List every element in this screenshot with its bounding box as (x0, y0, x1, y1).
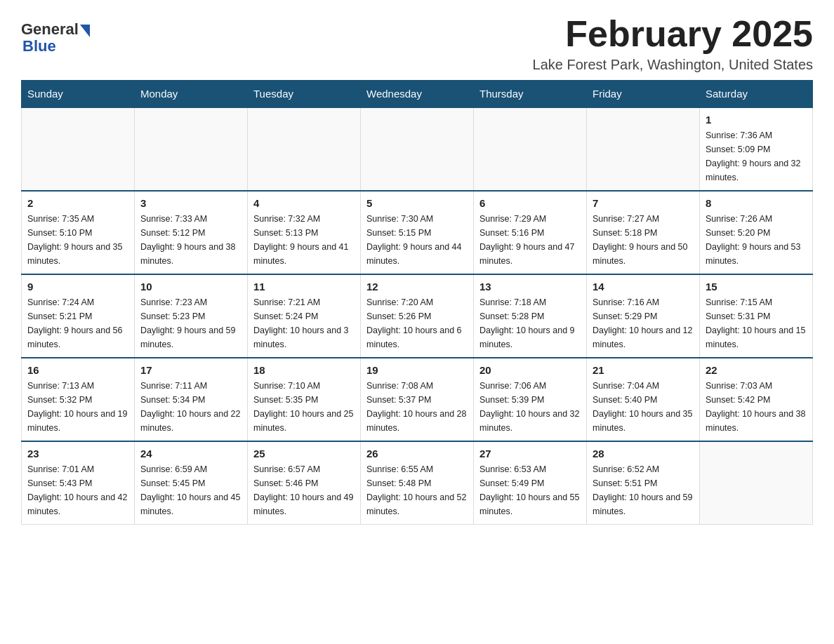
day-number: 20 (479, 364, 581, 376)
calendar-week-row: 16Sunrise: 7:13 AMSunset: 5:32 PMDayligh… (22, 358, 813, 441)
day-number: 26 (366, 448, 468, 459)
day-info: Sunrise: 7:10 AMSunset: 5:35 PMDaylight:… (253, 379, 355, 435)
calendar-cell: 25Sunrise: 6:57 AMSunset: 5:46 PMDayligh… (248, 441, 361, 525)
calendar-header-friday: Friday (587, 81, 700, 108)
calendar-cell: 9Sunrise: 7:24 AMSunset: 5:21 PMDaylight… (22, 274, 135, 358)
day-number: 24 (140, 448, 241, 459)
calendar-cell: 7Sunrise: 7:27 AMSunset: 5:18 PMDaylight… (587, 191, 700, 274)
day-info: Sunrise: 7:35 AMSunset: 5:10 PMDaylight:… (27, 212, 128, 268)
day-info: Sunrise: 7:24 AMSunset: 5:21 PMDaylight:… (27, 295, 128, 351)
logo: General Blue (21, 21, 90, 55)
day-number: 5 (366, 197, 468, 209)
day-info: Sunrise: 7:27 AMSunset: 5:18 PMDaylight:… (593, 212, 694, 268)
day-info: Sunrise: 7:04 AMSunset: 5:40 PMDaylight:… (593, 379, 694, 435)
day-info: Sunrise: 7:29 AMSunset: 5:16 PMDaylight:… (479, 212, 581, 268)
day-number: 14 (593, 281, 694, 293)
calendar-cell: 23Sunrise: 7:01 AMSunset: 5:43 PMDayligh… (22, 441, 135, 525)
calendar-cell: 13Sunrise: 7:18 AMSunset: 5:28 PMDayligh… (474, 274, 587, 358)
calendar-cell: 4Sunrise: 7:32 AMSunset: 5:13 PMDaylight… (248, 191, 361, 274)
day-info: Sunrise: 7:06 AMSunset: 5:39 PMDaylight:… (479, 379, 581, 435)
calendar-cell: 12Sunrise: 7:20 AMSunset: 5:26 PMDayligh… (361, 274, 474, 358)
calendar-cell: 27Sunrise: 6:53 AMSunset: 5:49 PMDayligh… (474, 441, 587, 525)
day-number: 21 (593, 364, 694, 376)
day-info: Sunrise: 6:53 AMSunset: 5:49 PMDaylight:… (479, 462, 581, 518)
day-number: 25 (253, 448, 355, 459)
day-number: 18 (253, 364, 355, 376)
day-info: Sunrise: 7:36 AMSunset: 5:09 PMDaylight:… (706, 128, 807, 185)
day-info: Sunrise: 7:20 AMSunset: 5:26 PMDaylight:… (366, 295, 468, 351)
calendar-cell: 28Sunrise: 6:52 AMSunset: 5:51 PMDayligh… (587, 441, 700, 525)
day-number: 23 (27, 448, 128, 459)
calendar-cell: 3Sunrise: 7:33 AMSunset: 5:12 PMDaylight… (135, 191, 248, 274)
day-info: Sunrise: 6:52 AMSunset: 5:51 PMDaylight:… (593, 462, 694, 518)
day-number: 11 (253, 281, 355, 293)
day-info: Sunrise: 7:21 AMSunset: 5:24 PMDaylight:… (253, 295, 355, 351)
day-info: Sunrise: 7:18 AMSunset: 5:28 PMDaylight:… (479, 295, 581, 351)
logo-triangle-icon (80, 25, 90, 37)
day-number: 17 (140, 364, 241, 376)
day-info: Sunrise: 7:23 AMSunset: 5:23 PMDaylight:… (140, 295, 241, 351)
day-number: 7 (593, 197, 694, 209)
calendar-header-sunday: Sunday (22, 81, 135, 108)
calendar-cell: 16Sunrise: 7:13 AMSunset: 5:32 PMDayligh… (22, 358, 135, 441)
calendar-week-row: 2Sunrise: 7:35 AMSunset: 5:10 PMDaylight… (22, 191, 813, 274)
calendar-week-row: 1Sunrise: 7:36 AMSunset: 5:09 PMDaylight… (22, 107, 813, 191)
calendar-header-monday: Monday (135, 81, 248, 108)
calendar-cell (22, 107, 135, 191)
calendar-cell: 20Sunrise: 7:06 AMSunset: 5:39 PMDayligh… (474, 358, 587, 441)
calendar-cell: 18Sunrise: 7:10 AMSunset: 5:35 PMDayligh… (248, 358, 361, 441)
calendar-cell: 8Sunrise: 7:26 AMSunset: 5:20 PMDaylight… (700, 191, 813, 274)
day-info: Sunrise: 7:13 AMSunset: 5:32 PMDaylight:… (27, 379, 128, 435)
day-info: Sunrise: 7:16 AMSunset: 5:29 PMDaylight:… (593, 295, 694, 351)
month-title: February 2025 (533, 14, 813, 54)
calendar-cell: 22Sunrise: 7:03 AMSunset: 5:42 PMDayligh… (700, 358, 813, 441)
calendar-cell: 26Sunrise: 6:55 AMSunset: 5:48 PMDayligh… (361, 441, 474, 525)
calendar-cell (361, 107, 474, 191)
location-title: Lake Forest Park, Washington, United Sta… (533, 57, 813, 73)
day-info: Sunrise: 7:33 AMSunset: 5:12 PMDaylight:… (140, 212, 241, 268)
calendar-header-thursday: Thursday (474, 81, 587, 108)
calendar-cell: 6Sunrise: 7:29 AMSunset: 5:16 PMDaylight… (474, 191, 587, 274)
calendar-header-saturday: Saturday (700, 81, 813, 108)
day-info: Sunrise: 7:32 AMSunset: 5:13 PMDaylight:… (253, 212, 355, 268)
logo-text-general: General (21, 21, 79, 38)
day-number: 22 (706, 364, 807, 376)
page-header: General Blue February 2025 Lake Forest P… (21, 14, 813, 73)
calendar-cell: 14Sunrise: 7:16 AMSunset: 5:29 PMDayligh… (587, 274, 700, 358)
day-number: 19 (366, 364, 468, 376)
calendar-cell: 21Sunrise: 7:04 AMSunset: 5:40 PMDayligh… (587, 358, 700, 441)
logo-text-blue: Blue (22, 38, 90, 55)
day-number: 4 (253, 197, 355, 209)
day-number: 28 (593, 448, 694, 459)
calendar-cell: 17Sunrise: 7:11 AMSunset: 5:34 PMDayligh… (135, 358, 248, 441)
day-info: Sunrise: 6:55 AMSunset: 5:48 PMDaylight:… (366, 462, 468, 518)
calendar-header-row: SundayMondayTuesdayWednesdayThursdayFrid… (22, 81, 813, 108)
calendar-cell: 11Sunrise: 7:21 AMSunset: 5:24 PMDayligh… (248, 274, 361, 358)
day-info: Sunrise: 7:03 AMSunset: 5:42 PMDaylight:… (706, 379, 807, 435)
calendar-cell (700, 441, 813, 525)
day-info: Sunrise: 6:59 AMSunset: 5:45 PMDaylight:… (140, 462, 241, 518)
day-number: 6 (479, 197, 581, 209)
calendar-cell: 19Sunrise: 7:08 AMSunset: 5:37 PMDayligh… (361, 358, 474, 441)
calendar-cell (587, 107, 700, 191)
calendar-cell: 15Sunrise: 7:15 AMSunset: 5:31 PMDayligh… (700, 274, 813, 358)
day-number: 2 (27, 197, 128, 209)
day-info: Sunrise: 7:30 AMSunset: 5:15 PMDaylight:… (366, 212, 468, 268)
day-info: Sunrise: 6:57 AMSunset: 5:46 PMDaylight:… (253, 462, 355, 518)
day-number: 9 (27, 281, 128, 293)
day-number: 8 (706, 197, 807, 209)
day-info: Sunrise: 7:01 AMSunset: 5:43 PMDaylight:… (27, 462, 128, 518)
calendar-cell (474, 107, 587, 191)
title-block: February 2025 Lake Forest Park, Washingt… (533, 14, 813, 73)
day-number: 10 (140, 281, 241, 293)
day-info: Sunrise: 7:15 AMSunset: 5:31 PMDaylight:… (706, 295, 807, 351)
calendar-cell: 2Sunrise: 7:35 AMSunset: 5:10 PMDaylight… (22, 191, 135, 274)
day-number: 12 (366, 281, 468, 293)
calendar-week-row: 9Sunrise: 7:24 AMSunset: 5:21 PMDaylight… (22, 274, 813, 358)
calendar-cell: 1Sunrise: 7:36 AMSunset: 5:09 PMDaylight… (700, 107, 813, 191)
calendar-table: SundayMondayTuesdayWednesdayThursdayFrid… (21, 80, 813, 525)
day-number: 27 (479, 448, 581, 459)
calendar-cell: 5Sunrise: 7:30 AMSunset: 5:15 PMDaylight… (361, 191, 474, 274)
calendar-header-tuesday: Tuesday (248, 81, 361, 108)
day-info: Sunrise: 7:08 AMSunset: 5:37 PMDaylight:… (366, 379, 468, 435)
